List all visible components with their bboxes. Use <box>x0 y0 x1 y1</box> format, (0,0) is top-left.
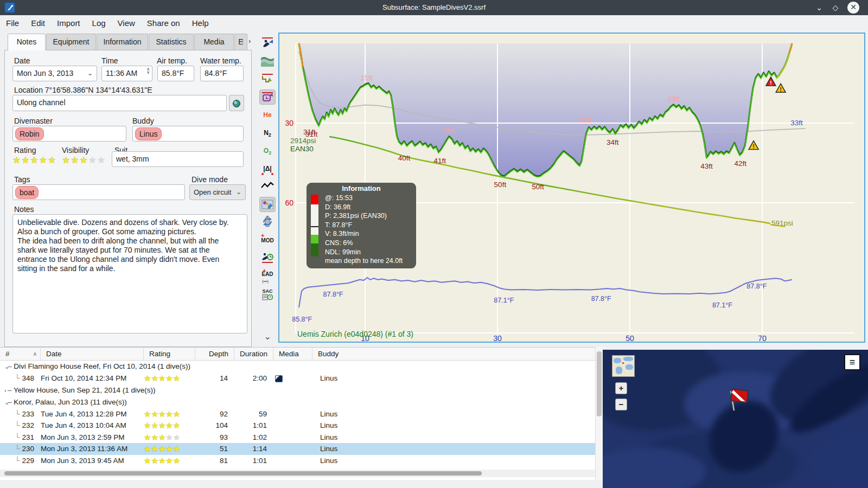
col-rating[interactable]: Rating <box>144 348 195 361</box>
pp-oxygen-button[interactable]: O2 <box>259 143 276 158</box>
dive-list-horizontal-scrollbar[interactable] <box>0 470 595 477</box>
dive-rating-stars: ★★★★★ <box>144 432 195 444</box>
col-number[interactable]: # ∧ <box>0 348 41 361</box>
menu-help[interactable]: Help <box>186 15 215 31</box>
heart-rate-button[interactable] <box>259 179 276 194</box>
collapse-icon[interactable]: ⌄ <box>0 361 8 373</box>
dive-flag-marker[interactable] <box>726 387 751 415</box>
information-tooltip[interactable]: Information @: 15:53D: 36.9ftP: 2,381psi… <box>307 183 416 268</box>
scrollbar-thumb[interactable] <box>597 351 602 416</box>
divemode-select[interactable]: Open circuit⌄ <box>189 184 246 200</box>
ead-button[interactable]: +EAD(•••) <box>259 268 276 284</box>
map-menu-button[interactable]: ≡ <box>844 354 860 370</box>
scrollbar-thumb[interactable] <box>4 471 482 476</box>
dive-row[interactable]: └ 348Fri Oct 10, 2014 12:34 PM★★★★★142:0… <box>0 373 595 384</box>
menu-view[interactable]: View <box>112 15 141 31</box>
dive-row[interactable]: └ 233Tue Jun 4, 2013 12:28 PM★★★★★9259Li… <box>0 408 595 420</box>
chevron-down-icon[interactable]: ⌄ <box>236 185 241 200</box>
maximize-icon[interactable]: ◇ <box>829 2 842 14</box>
dive-buddy: Linus <box>312 420 595 432</box>
dive-row[interactable]: └ 229Mon Jun 3, 2013 9:45 AM★★★★★811:01L… <box>0 455 595 467</box>
divemaster-tag[interactable]: Robin <box>15 127 44 140</box>
mod-button[interactable]: +MOD <box>259 233 276 248</box>
ceiling-3m-button[interactable] <box>259 72 276 87</box>
map-zoom-out-button[interactable]: − <box>615 399 627 410</box>
menu-import[interactable]: Import <box>51 15 86 31</box>
dive-trip-row[interactable]: ⌄– Divi Flamingo House Reef, Fri Oct 10,… <box>0 361 595 373</box>
suit-field[interactable]: wet, 3mm <box>112 151 244 167</box>
time-spinner[interactable]: ∧∨ <box>146 68 150 74</box>
time-field[interactable]: 11:36 AM∧∨ <box>101 66 152 81</box>
divemaster-field[interactable]: Robin <box>12 126 126 142</box>
location-field[interactable]: Ulong channel <box>12 95 227 111</box>
menu-edit[interactable]: Edit <box>25 15 51 31</box>
dive-row[interactable]: └ 231Mon Jun 3, 2013 2:59 PM★★★★★931:02L… <box>0 432 595 444</box>
dive-profile-chart[interactable]: 10305070306031ft15ft40ft41ft35ft50ft50ft… <box>278 33 865 343</box>
map-zoom-in-button[interactable]: + <box>615 382 627 394</box>
minimize-icon[interactable]: ⌄ <box>813 2 826 14</box>
tooltip-row: mean depth to here 24.0ft <box>325 256 403 266</box>
airtemp-field[interactable]: 85.8°F <box>157 66 194 81</box>
tab-media[interactable]: Media <box>194 34 234 50</box>
buddy-tag[interactable]: Linus <box>135 127 162 140</box>
svg-text:87.8°F: 87.8°F <box>323 291 343 298</box>
dc-reported-ceiling-button[interactable] <box>259 89 276 105</box>
collapse-icon[interactable]: ⌄ <box>0 396 8 408</box>
notes-textarea[interactable]: Unbelievable dive. Dozens and dozens of … <box>12 214 247 333</box>
plus-icon: + <box>261 232 264 239</box>
menu-log[interactable]: Log <box>86 15 112 31</box>
tooltip-row: T: 87.8°F <box>325 221 403 230</box>
rating-stars[interactable]: ★★★★★ <box>12 155 56 166</box>
tooltip-row: P: 2,381psi (EAN30) <box>325 211 403 221</box>
dive-duration: 1:14 <box>234 443 273 455</box>
tab-extra[interactable]: E <box>234 34 247 50</box>
dive-trip-row[interactable]: ›– Yellow House, Sun Sep 21, 2014 (1 div… <box>0 384 595 396</box>
dc-ceiling-button[interactable] <box>259 36 276 51</box>
tab-information[interactable]: Information <box>97 34 148 50</box>
tank-bar-button[interactable] <box>259 215 276 230</box>
col-buddy[interactable]: Buddy <box>312 348 595 361</box>
ruler-button[interactable]: |Δ| <box>259 161 276 176</box>
dive-row-selected[interactable]: └ 230Mon Jun 3, 2013 11:36 AM★★★★★511:14… <box>0 443 595 455</box>
dive-depth: 104 <box>195 420 234 432</box>
dive-site-map[interactable]: + − ≡ <box>603 350 868 488</box>
col-date[interactable]: Date <box>41 348 144 361</box>
col-depth[interactable]: Depth <box>195 348 234 361</box>
chevron-down-icon[interactable]: ⌄ <box>87 66 93 81</box>
tab-statistics[interactable]: Statistics <box>149 34 194 50</box>
ruler-dot-icon <box>261 173 264 175</box>
menu-share-on[interactable]: Share on <box>141 15 186 31</box>
dive-trip-row[interactable]: ⌄– Koror, Palau, Jun 2013 (11 dive(s)) <box>0 396 595 408</box>
tab-notes[interactable]: Notes <box>8 34 46 50</box>
col-duration[interactable]: Duration <box>234 348 273 361</box>
sort-ascending-icon[interactable]: ∧ <box>33 348 37 361</box>
dive-list-vertical-scrollbar[interactable] <box>595 347 603 480</box>
expand-icon[interactable]: › <box>0 384 8 396</box>
location-globe-button[interactable] <box>229 95 244 111</box>
sac-rate-button[interactable]: SAC <box>259 286 276 301</box>
tab-equipment[interactable]: Equipment <box>46 34 96 50</box>
tag-boat[interactable]: boat <box>15 186 39 199</box>
show-photos-button[interactable] <box>259 197 276 212</box>
buddy-field[interactable]: Linus <box>132 126 244 142</box>
dive-row[interactable]: └ 232Tue Jun 4, 2013 10:04 AM★★★★★1041:0… <box>0 420 595 432</box>
map-overview-thumbnail[interactable] <box>612 355 635 377</box>
pp-nitrogen-button[interactable]: N2 <box>259 125 276 140</box>
pp-helium-button[interactable]: He <box>259 107 276 123</box>
menu-file[interactable]: File <box>0 15 25 31</box>
toolbar-scroll-down-icon[interactable]: ⌄ <box>259 329 276 344</box>
close-icon[interactable]: ✕ <box>847 2 859 14</box>
date-field[interactable]: Mon Jun 3, 2013⌄ <box>12 66 97 81</box>
svg-text:33ft: 33ft <box>790 119 803 127</box>
media-thumbnail-icon[interactable] <box>275 375 283 382</box>
ndl-tts-button[interactable] <box>259 251 276 266</box>
watertemp-field[interactable]: 84.8°F <box>200 66 244 81</box>
tooltip-row: NDL: 99min <box>325 248 403 257</box>
calculated-ceiling-button[interactable] <box>259 54 276 69</box>
titlebar: Subsurface: SampleDivesV2.ssrf ⌄ ◇ ✕ <box>0 0 868 15</box>
col-media[interactable]: Media <box>273 348 312 361</box>
visibility-stars[interactable]: ★★★★★ <box>62 155 106 166</box>
tab-scroll-right-icon[interactable]: › <box>248 37 251 45</box>
tab-scroll-left-icon[interactable]: ‹ <box>241 37 244 45</box>
tags-field[interactable]: boat <box>12 184 185 200</box>
